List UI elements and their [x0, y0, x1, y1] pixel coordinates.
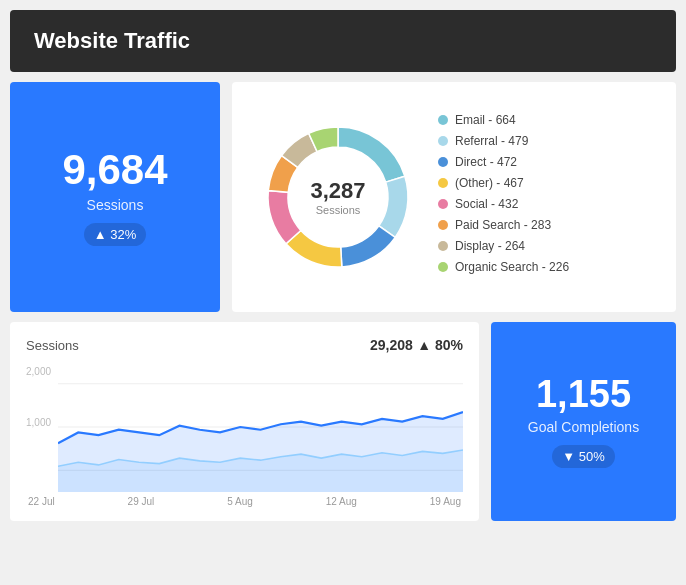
legend-label: Email - 664 [455, 113, 516, 127]
legend-item: Email - 664 [438, 113, 660, 127]
donut-legend: Email - 664Referral - 479Direct - 472(Ot… [438, 113, 660, 281]
legend-item: Social - 432 [438, 197, 660, 211]
donut-card: 3,287 Sessions Email - 664Referral - 479… [232, 82, 676, 312]
chart-title: Sessions [26, 338, 79, 353]
y-label-1000: 1,000 [26, 417, 51, 428]
donut-value: 3,287 [310, 178, 365, 204]
legend-label: Organic Search - 226 [455, 260, 569, 274]
x-label: 29 Jul [128, 496, 155, 507]
legend-item: Organic Search - 226 [438, 260, 660, 274]
x-label: 5 Aug [227, 496, 253, 507]
sessions-value: 9,684 [62, 149, 167, 191]
donut-label: Sessions [310, 204, 365, 216]
legend-dot [438, 241, 448, 251]
x-labels: 22 Jul29 Jul5 Aug12 Aug19 Aug [26, 496, 463, 507]
legend-label: Direct - 472 [455, 155, 517, 169]
top-row: 9,684 Sessions ▲ 32% 3,287 Sessions Emai… [10, 82, 676, 312]
legend-dot [438, 220, 448, 230]
legend-label: Paid Search - 283 [455, 218, 551, 232]
legend-label: Social - 432 [455, 197, 518, 211]
goal-card: 1,155 Goal Completions ▼ 50% [491, 322, 676, 521]
legend-dot [438, 178, 448, 188]
sessions-badge: ▲ 32% [84, 223, 147, 246]
chart-header: Sessions 29,208 ▲ 80% [26, 336, 463, 354]
legend-item: (Other) - 467 [438, 176, 660, 190]
goal-label: Goal Completions [528, 419, 639, 435]
bottom-row: Sessions 29,208 ▲ 80% 2,000 1,000 [10, 322, 676, 521]
donut-chart: 3,287 Sessions [248, 107, 428, 287]
legend-item: Display - 264 [438, 239, 660, 253]
chart-value-area: 29,208 ▲ 80% [370, 336, 463, 354]
page-header: Website Traffic [10, 10, 676, 72]
legend-dot [438, 157, 448, 167]
legend-dot [438, 136, 448, 146]
chart-change: ▲ 80% [417, 337, 463, 353]
goal-badge-text: ▼ 50% [562, 449, 605, 464]
sessions-badge-text: ▲ 32% [94, 227, 137, 242]
goal-value: 1,155 [536, 375, 631, 413]
legend-label: (Other) - 467 [455, 176, 524, 190]
sessions-label: Sessions [87, 197, 144, 213]
page-title: Website Traffic [34, 28, 652, 54]
legend-item: Referral - 479 [438, 134, 660, 148]
legend-dot [438, 199, 448, 209]
legend-item: Paid Search - 283 [438, 218, 660, 232]
goal-badge: ▼ 50% [552, 445, 615, 468]
line-svg [58, 362, 463, 492]
legend-label: Display - 264 [455, 239, 525, 253]
y-label-2000: 2,000 [26, 366, 51, 377]
legend-dot [438, 115, 448, 125]
sessions-card: 9,684 Sessions ▲ 32% [10, 82, 220, 312]
legend-item: Direct - 472 [438, 155, 660, 169]
legend-dot [438, 262, 448, 272]
chart-card: Sessions 29,208 ▲ 80% 2,000 1,000 [10, 322, 479, 521]
x-label: 12 Aug [326, 496, 357, 507]
x-label: 19 Aug [430, 496, 461, 507]
x-label: 22 Jul [28, 496, 55, 507]
chart-value: 29,208 [370, 337, 413, 353]
donut-center: 3,287 Sessions [310, 178, 365, 216]
line-chart-area: 2,000 1,000 [26, 362, 463, 492]
legend-label: Referral - 479 [455, 134, 528, 148]
